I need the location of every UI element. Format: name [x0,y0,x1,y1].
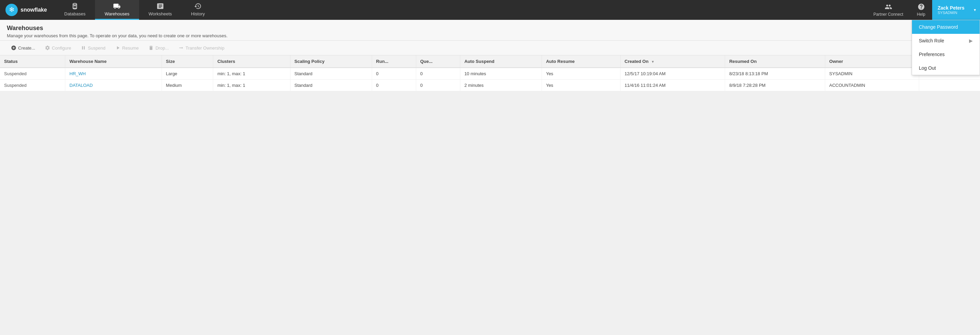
drop-label: Drop... [156,45,169,51]
warehouses-icon [113,2,121,10]
page-header-top: Warehouses Last refreshed 9:39:51 AM [7,25,973,32]
table-row: Suspended DATALOAD Medium min: 1, max: 1… [0,80,980,91]
configure-label: Configure [52,45,71,51]
switch-role-item[interactable]: Switch Role ▶ [912,34,980,48]
col-created-on[interactable]: Created On ▼ [620,55,725,68]
row2-auto-suspend: 2 minutes [460,80,542,91]
partner-connect-label: Partner Connect [873,12,903,17]
row2-queued: 0 [416,80,460,91]
suspend-button[interactable]: Suspend [76,43,109,52]
main-content: Warehouses Last refreshed 9:39:51 AM Man… [0,20,980,91]
resume-icon [115,45,121,51]
col-resumed-on[interactable]: Resumed On [725,55,825,68]
page-header: Warehouses Last refreshed 9:39:51 AM Man… [0,20,980,41]
user-name: Zack Peters [938,5,975,11]
resume-button[interactable]: Resume [111,43,143,52]
history-icon [194,2,202,10]
transfer-icon [178,45,184,51]
svg-text:❄: ❄ [9,6,15,13]
row1-owner: SYSADMIN [825,68,919,80]
table-body: Suspended HR_WH Large min: 1, max: 1 Sta… [0,68,980,91]
col-size[interactable]: Size [162,55,213,68]
row1-running: 0 [372,68,416,80]
row1-queued: 0 [416,68,460,80]
nav-item-history[interactable]: History [181,0,214,20]
help-icon [918,3,925,11]
table-header: Status Warehouse Name Size Clusters Scal… [0,55,980,68]
col-owner[interactable]: Owner [825,55,919,68]
logo-text: snowflake [21,7,47,13]
nav-item-databases[interactable]: Databases [55,0,95,20]
transfer-ownership-button[interactable]: Transfer Ownership [174,43,229,52]
row1-warehouse-name[interactable]: HR_WH [65,68,162,80]
row2-created-on: 11/4/16 11:01:24 AM [620,80,725,91]
databases-icon [71,2,79,10]
col-status[interactable]: Status [0,55,65,68]
nav-item-worksheets[interactable]: Worksheets [139,0,181,20]
col-auto-suspend[interactable]: Auto Suspend [460,55,542,68]
log-out-item[interactable]: Log Out [912,61,980,75]
configure-icon [45,45,50,51]
col-clusters[interactable]: Clusters [213,55,290,68]
history-label: History [191,11,205,16]
row2-size: Medium [162,80,213,91]
suspend-icon [81,45,86,51]
row2-resumed-on: 8/9/18 7:28:28 PM [725,80,825,91]
col-auto-resume[interactable]: Auto Resume [542,55,620,68]
page-title: Warehouses [7,25,43,32]
help-label: Help [917,12,925,17]
help-button[interactable]: Help [910,0,932,20]
switch-role-label: Switch Role [919,38,944,43]
suspend-label: Suspend [88,45,105,51]
drop-button[interactable]: Drop... [144,43,173,52]
row2-owner: ACCOUNTADMIN [825,80,919,91]
row2-running: 0 [372,80,416,91]
partner-connect-button[interactable]: Partner Connect [867,0,910,20]
create-button[interactable]: Create... [7,43,39,52]
table-row: Suspended HR_WH Large min: 1, max: 1 Sta… [0,68,980,80]
resume-label: Resume [123,45,139,51]
switch-role-arrow-icon: ▶ [969,38,973,43]
change-password-item[interactable]: Change Password [912,20,980,34]
preferences-item[interactable]: Preferences [912,48,980,61]
partner-connect-icon [885,3,892,11]
col-warehouse-name[interactable]: Warehouse Name [65,55,162,68]
nav-item-warehouses[interactable]: Warehouses [95,0,139,20]
row2-scaling-policy: Standard [290,80,372,91]
warehouses-table: Status Warehouse Name Size Clusters Scal… [0,55,980,91]
user-dropdown-menu: Change Password Switch Role ▶ Preference… [912,20,980,75]
col-scaling-policy[interactable]: Scaling Policy [290,55,372,68]
row2-status: Suspended [0,80,65,91]
row1-size: Large [162,68,213,80]
drop-icon [148,45,154,51]
logo-area: ❄ snowflake [0,0,55,20]
nav-right: Partner Connect Help Zack Peters SYSADMI… [867,0,980,20]
row2-warehouse-name[interactable]: DATALOAD [65,80,162,91]
create-icon [11,45,16,51]
configure-button[interactable]: Configure [41,43,75,52]
snowflake-icon: ❄ [5,4,18,16]
top-nav: ❄ snowflake Databases Warehouses Workshe… [0,0,980,20]
col-queued[interactable]: Que... [416,55,460,68]
worksheets-label: Worksheets [149,11,172,16]
row2-auto-resume: Yes [542,80,620,91]
row1-status: Suspended [0,68,65,80]
row2-comment [919,80,980,91]
row2-clusters: min: 1, max: 1 [213,80,290,91]
databases-label: Databases [64,11,86,16]
page-subtitle: Manage your warehouses from this page. T… [7,33,973,38]
row1-auto-suspend: 10 minutes [460,68,542,80]
user-role: SYSADMIN [938,11,975,15]
sort-icon-created-on: ▼ [651,60,655,64]
transfer-ownership-label: Transfer Ownership [186,45,224,51]
toolbar: Create... Configure Suspend Resume Drop.… [0,41,980,55]
snowflake-logo: ❄ snowflake [5,4,47,16]
worksheets-icon [156,2,164,10]
row1-scaling-policy: Standard [290,68,372,80]
row1-created-on: 12/5/17 10:19:04 AM [620,68,725,80]
col-running[interactable]: Run... [372,55,416,68]
row1-clusters: min: 1, max: 1 [213,68,290,80]
user-menu-button[interactable]: Zack Peters SYSADMIN [932,0,980,20]
create-label: Create... [18,45,35,51]
nav-items: Databases Warehouses Worksheets History [55,0,867,20]
